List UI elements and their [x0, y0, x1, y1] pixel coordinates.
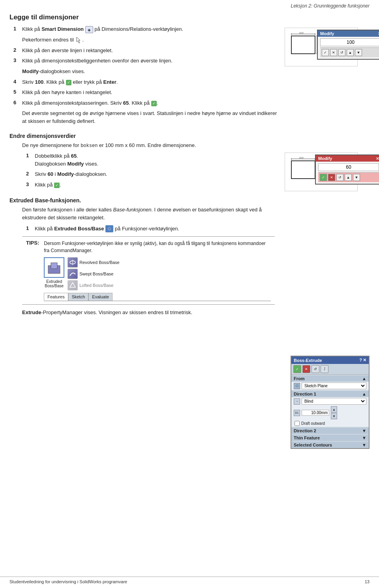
direction1-type-row: → Blind [291, 397, 369, 405]
extrude-manager-note: Extrude-PropertyManager vises. Visningen… [22, 309, 279, 317]
tab-sketch[interactable]: Sketch [68, 293, 89, 301]
depth-down-btn[interactable]: ▼ [331, 413, 337, 419]
contours-expand-icon[interactable]: ▼ [362, 443, 366, 447]
selected-contours-section: Selected Contours ▼ [291, 442, 369, 448]
right-features: Revolved Boss/Base Swept Boss/Base [68, 257, 120, 290]
modify-down-btn[interactable]: ▼ [355, 49, 362, 56]
thin-feature-section: Thin Feature ▼ [291, 435, 369, 441]
panel-help-btn[interactable]: ? [359, 358, 362, 363]
panel-next-btn[interactable]: ⤴ [321, 365, 328, 373]
panel-prev-btn[interactable]: ↺ [311, 365, 319, 373]
extruded-boss-icon: ⬡ [105, 225, 113, 232]
sketch-complete-note: Det øverste segmentet og de øvrige hjørn… [22, 109, 279, 125]
step2-1: 1 Dobbeltklikk på 65. Dialogboksen Modif… [22, 152, 279, 168]
modify-dialog-top: Modify ✕ ✓ ✕ ↺ ▲ ▼ [317, 30, 379, 60]
direction1-depth-row: D1 ▲ ▼ [291, 405, 369, 420]
step5: 5 Klikk på den høyre kanten i rektangele… [9, 89, 279, 96]
modify2-confirm-btn[interactable]: ✓ [320, 174, 327, 181]
dir1-expand-icon[interactable]: ▲ [362, 392, 366, 396]
depth-input[interactable] [302, 410, 329, 416]
tab-evaluate[interactable]: Evaluate [88, 293, 113, 301]
modify-confirm-btn[interactable]: ✓ [322, 49, 329, 56]
panel-cancel-btn[interactable]: ✕ [302, 365, 310, 373]
lofted-boss-btn[interactable]: Lofted Boss/Base [68, 280, 120, 290]
panel-title: Boss-Extrude [294, 358, 322, 363]
top-diagrams: Modify ✕ ✓ ✕ ↺ ▲ ▼ [285, 28, 370, 191]
modify-dialog-mid: Modify ✕ ✓ ✕ ↺ ▲ ▼ [315, 155, 379, 185]
extruded-boss-label: Extruded Boss/Base [44, 279, 64, 288]
thin-expand-icon[interactable]: ▼ [362, 435, 366, 440]
tab-features[interactable]: Features [44, 293, 68, 301]
modify-cancel-btn[interactable]: ✕ [330, 49, 337, 56]
sketch-svg-top: 100 65 [287, 32, 319, 64]
svg-text:100: 100 [299, 157, 304, 159]
modify-reset-btn[interactable]: ↺ [338, 49, 345, 56]
revolved-icon [69, 259, 76, 266]
modify2-up-btn[interactable]: ▲ [345, 174, 352, 181]
page-footer: Studentveiledning for undervisning i Sol… [0, 577, 379, 584]
cursor-change-note: Pekerformen endres til . [22, 36, 279, 44]
svg-rect-19 [51, 263, 57, 269]
direction1-select[interactable]: Blind [302, 398, 366, 405]
section2-intro: De nye dimensjonene for boksen er 100 mm… [22, 141, 279, 150]
footer-right: 13 [365, 579, 370, 584]
tips-box: TIPS: Dersom Funksjoner-verktøylinjen ik… [22, 236, 275, 305]
dir1-icon[interactable]: → [294, 398, 300, 405]
tips-label: TIPS: [26, 240, 39, 246]
swept-label: Swept Boss/Base [79, 271, 113, 276]
section1-heading: Legge til dimensjoner [9, 13, 279, 21]
from-select[interactable]: Sketch Plane [302, 383, 366, 389]
swept-icon [69, 270, 76, 277]
modify-up-btn[interactable]: ▲ [347, 49, 354, 56]
modify2-cancel-btn[interactable]: ✕ [328, 174, 335, 181]
cursor-icon [75, 36, 82, 43]
step2: 2 Klikk på den øverste linjen i rektange… [9, 47, 279, 55]
from-row: ⬡ Sketch Plane [291, 382, 369, 390]
svg-marker-22 [70, 283, 75, 287]
svg-rect-9 [291, 161, 315, 179]
footer-left: Studentveiledning for undervisning i Sol… [9, 579, 127, 584]
step2-3: 3 Klikk på ✓. [22, 181, 279, 189]
features-area: Extruded Boss/Base Revol [44, 257, 271, 290]
direction2-section: Direction 2 ▼ [291, 428, 369, 434]
modify-input-mid[interactable] [318, 163, 379, 171]
main-column: Legge til dimensjoner 1 Klikk på Smart D… [9, 13, 279, 317]
step6: 6 Klikk på dimensjonstekstplasseringen. … [9, 99, 279, 107]
draft-outward-row: Draft outward [291, 420, 369, 427]
panel-confirm-btn[interactable]: ✓ [293, 365, 301, 373]
modify2-down-btn[interactable]: ▼ [353, 174, 360, 181]
sketch-svg-mid: 100 60 [287, 157, 319, 188]
checkmark-icon-3: ✓ [54, 183, 60, 188]
checkmark-icon-1: ✓ [66, 80, 71, 85]
svg-rect-0 [291, 36, 315, 54]
modify-input-top[interactable] [320, 38, 379, 46]
from-icon[interactable]: ⬡ [294, 383, 300, 389]
dir2-expand-icon[interactable]: ▼ [362, 428, 366, 433]
modify-note1: Modify-dialogboksen vises. [22, 68, 279, 75]
modify2-reset-btn[interactable]: ↺ [336, 174, 343, 181]
features-tabs: Features Sketch Evaluate [44, 293, 271, 301]
step1: 1 Klikk på Smart Dimension ◈ på Dimensio… [9, 25, 279, 33]
revolved-boss-btn[interactable]: Revolved Boss/Base [68, 257, 120, 268]
lofted-icon [69, 282, 76, 289]
tips-content: Dersom Funksjoner-verktøylinjen ikke er … [44, 240, 271, 254]
depth-up-btn[interactable]: ▲ [331, 406, 337, 413]
extruded-boss-btn[interactable] [44, 257, 64, 278]
from-expand-icon[interactable]: ▲ [362, 376, 366, 381]
section3-intro1: Den første funksjonen i alle deler kalle… [22, 206, 279, 222]
section3-heading: Extruded Base-funksjonen. [9, 197, 279, 204]
boss-extrude-panel: Boss-Extrude ? ✕ ✓ ✕ ↺ ⤴ From ▲ ⬡ Sketch… [291, 356, 370, 449]
swept-boss-btn[interactable]: Swept Boss/Base [68, 269, 120, 279]
lofted-label: Lofted Boss/Base [79, 283, 113, 288]
panel-close-btn[interactable]: ✕ [363, 358, 366, 363]
checkmark-icon-2: ✓ [151, 101, 157, 106]
step2-2: 2 Skriv 60 i Modify-dialogboksen. [22, 170, 279, 178]
svg-text:100: 100 [299, 32, 304, 34]
direction1-section: Direction 1 ▲ [291, 391, 369, 397]
page-header: Leksjon 2: Grunnleggende funksjoner [291, 3, 370, 9]
extruded-boss-area: Extruded Boss/Base [44, 257, 64, 288]
depth-icon[interactable]: D1 [294, 410, 300, 416]
from-section: From ▲ [291, 375, 369, 382]
draft-outward-checkbox[interactable] [295, 421, 300, 426]
revolved-label: Revolved Boss/Base [79, 260, 120, 265]
